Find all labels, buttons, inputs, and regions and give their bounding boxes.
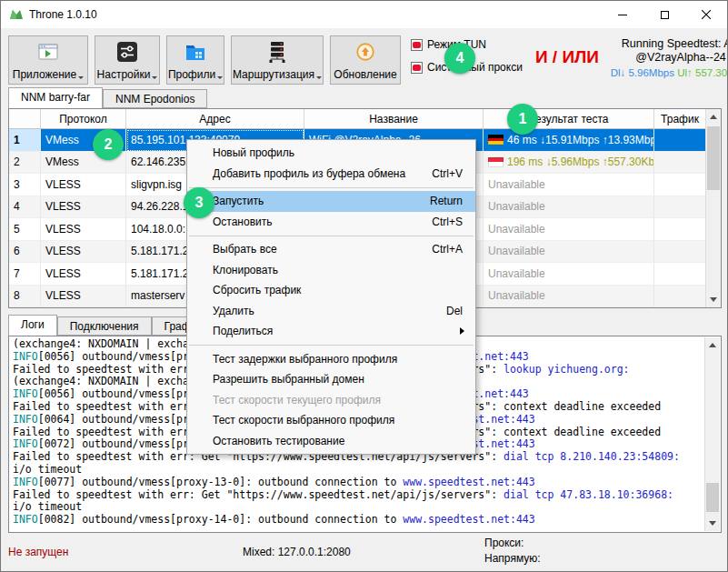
scroll-down-icon[interactable]: [705, 516, 720, 531]
menu-item[interactable]: ОстановитьCtrl+S: [187, 212, 475, 233]
log-line: i/o timeout: [13, 464, 721, 477]
cell-result: Unavailable: [484, 196, 654, 219]
cell-num: 3: [9, 174, 41, 196]
menu-separator: [189, 345, 474, 346]
close-button[interactable]: [685, 1, 727, 28]
scrollbar-thumb[interactable]: [707, 126, 720, 190]
profiles-folder-icon: [184, 39, 207, 64]
cell-result: Unavailable: [484, 286, 654, 308]
cell-num: 5: [9, 218, 41, 241]
scroll-down-icon[interactable]: [706, 292, 721, 307]
cell-num: 7: [9, 263, 41, 286]
app-window: Throne 1.0.10 Приложение: [0, 0, 728, 572]
maximize-button[interactable]: [643, 1, 685, 28]
menu-item[interactable]: Тест скорости выбранного профиля: [187, 410, 475, 431]
menu-item[interactable]: УдалитьDel: [187, 301, 475, 322]
menu-item[interactable]: Тест задержки выбранного профиля: [187, 349, 475, 370]
upload-speed: Ul↑ 557.30Kbps: [677, 67, 728, 78]
bottom-panel-tabs: Логи Подключения График: [8, 315, 214, 336]
proxy-status-label: Прокси:: [484, 537, 524, 549]
scroll-up-icon[interactable]: [706, 109, 721, 125]
dropdown-arrow-icon: [316, 76, 322, 82]
tab-logs[interactable]: Логи: [8, 315, 57, 336]
germany-flag-icon: [488, 135, 504, 145]
title-bar: Throne 1.0.10: [1, 1, 727, 28]
header-protocol: Протокол: [41, 109, 126, 128]
tab-connections[interactable]: Подключения: [57, 316, 152, 336]
log-scrollbar[interactable]: [704, 337, 720, 531]
menu-item[interactable]: Добавить профиль из буфера обменаCtrl+V: [187, 164, 475, 185]
cell-num: 8: [9, 286, 41, 308]
cell-traffic: [654, 129, 705, 152]
system-proxy-label: Системный прокси: [427, 61, 523, 74]
cell-result: Unavailable: [484, 263, 654, 286]
profile-group-tabs: NNM barry-far NNM Epodonios: [8, 87, 207, 108]
cell-result: Unavailable: [484, 174, 654, 196]
cell-result: 196 ms ↓5.96Mbps ↑557.30Kbps: [484, 152, 654, 175]
run-state-status: Не запущен: [8, 546, 68, 558]
menu-item[interactable]: Клонировать: [187, 260, 475, 281]
cell-result: 46 ms ↓15.91Mbps ↑13.93Mbps: [484, 129, 654, 152]
routing-button[interactable]: Маршрутизация: [231, 35, 324, 85]
step-badge-1: 1: [507, 104, 538, 135]
singapore-flag-icon: [488, 157, 504, 167]
cell-traffic: [654, 263, 705, 286]
update-button[interactable]: Обновление: [330, 35, 401, 85]
scrollbar-thumb[interactable]: [706, 483, 719, 512]
profiles-button[interactable]: Профили: [166, 35, 224, 85]
header-traffic: Трафик: [654, 109, 705, 128]
window-title: Throne 1.0.10: [29, 8, 97, 21]
menu-item[interactable]: Остановить тестирование: [187, 431, 475, 452]
log-line: INFO[0082] outbound/vmess[proxy-14-0]: o…: [13, 514, 721, 527]
header-name: Название: [304, 109, 484, 128]
download-speed: Dl↓ 5.96Mbps: [611, 67, 674, 78]
menu-item[interactable]: Поделиться: [187, 321, 475, 342]
minimize-button[interactable]: [602, 1, 643, 28]
settings-button[interactable]: Настройки: [95, 35, 160, 85]
table-scrollbar[interactable]: [705, 109, 721, 307]
checkbox-icon: [411, 62, 423, 74]
menu-item[interactable]: Сбросить трафик: [187, 280, 475, 301]
tab-nnm-epodonios[interactable]: NNM Epodonios: [103, 89, 207, 108]
checkbox-icon: [411, 39, 423, 51]
red-check-mark-icon: [413, 65, 421, 71]
speedtest-status: Running Speedtest: All- @V2rayAlpha--24 …: [604, 37, 728, 78]
app-logo-icon: [9, 7, 24, 22]
speedtest-status-line2: @V2rayAlpha--24: [604, 51, 728, 65]
cell-proto: VLESS: [41, 241, 126, 264]
cell-traffic: [654, 152, 705, 175]
cell-traffic: [654, 218, 705, 241]
application-menu-button[interactable]: Приложение: [8, 35, 88, 85]
cell-proto: VLESS: [41, 218, 126, 241]
table-header: Протокол Адрес Название Результат теста …: [9, 109, 705, 129]
tab-nnm-barry-far[interactable]: NNM barry-far: [8, 87, 103, 108]
app-window-icon: [36, 39, 60, 64]
menu-separator: [189, 236, 474, 236]
and-or-annotation: И / ИЛИ: [535, 47, 599, 67]
menu-item[interactable]: ЗапуститьReturn: [187, 191, 475, 212]
cell-proto: VLESS: [41, 196, 126, 219]
cell-result: Unavailable: [484, 218, 654, 241]
log-line: i/o timeout: [13, 501, 721, 514]
cell-num: 2: [9, 152, 41, 175]
cell-traffic: [654, 174, 705, 196]
red-check-mark-icon: [413, 42, 421, 48]
menu-item[interactable]: Новый профиль: [187, 143, 475, 164]
dropdown-arrow-icon: [152, 76, 157, 82]
speedtest-status-line1: Running Speedtest: All-: [604, 37, 728, 51]
menu-item[interactable]: Тест скорости текущего профиля: [187, 390, 475, 411]
log-line: INFO[0077] outbound/vmess[proxy-13-0]: o…: [13, 477, 721, 489]
cell-result: Unavailable: [484, 241, 654, 264]
routing-button-label: Маршрутизация: [233, 68, 314, 81]
scroll-up-icon[interactable]: [705, 337, 720, 353]
window-controls: [602, 1, 727, 28]
profiles-button-label: Профили: [168, 68, 215, 81]
settings-button-label: Настройки: [97, 68, 151, 81]
menu-separator: [189, 187, 474, 188]
cell-proto: VLESS: [41, 263, 126, 286]
update-arrow-icon: [354, 39, 376, 64]
context-menu: Новый профильДобавить профиль из буфера …: [186, 139, 476, 455]
menu-item[interactable]: Разрешить выбранный домен: [187, 369, 475, 390]
menu-item[interactable]: Выбрать всеCtrl+A: [187, 239, 475, 260]
mixed-port-status: Mixed: 127.0.0.1:2080: [243, 546, 351, 558]
